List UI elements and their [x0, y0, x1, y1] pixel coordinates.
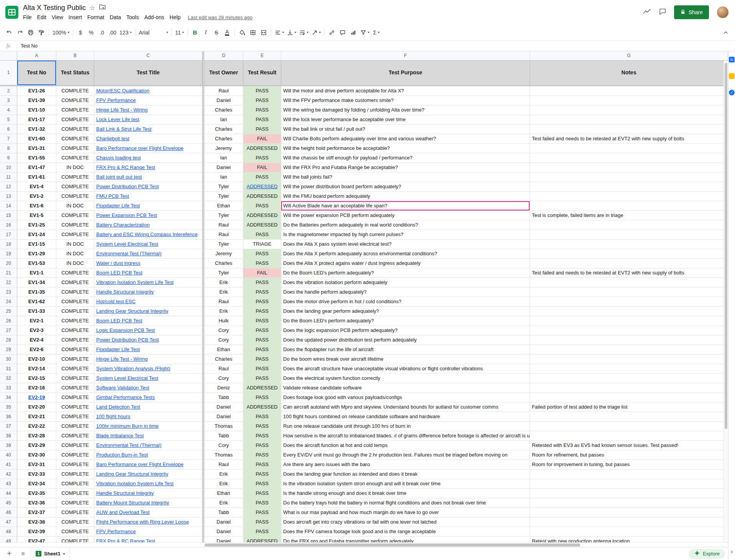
cell-B44[interactable]: COMPLETE: [56, 489, 94, 498]
cell-B25[interactable]: COMPLETE: [56, 307, 94, 316]
cell-C21[interactable]: Boom LED PCB Test: [94, 268, 202, 278]
text-rotation-button[interactable]: ▾: [310, 27, 322, 38]
cell-C26[interactable]: Boom LED PCB Test: [94, 316, 202, 326]
cell-F3[interactable]: Will the FPV performance make customers …: [281, 96, 530, 105]
cell-G1[interactable]: Notes: [530, 61, 728, 85]
cell-D36[interactable]: Daniel: [204, 412, 243, 422]
cell-F6[interactable]: Will the ball link or strut fail / pull …: [281, 125, 530, 134]
row-header-42[interactable]: 42: [0, 470, 17, 479]
cell-D25[interactable]: Erik: [204, 307, 243, 316]
format-percent-button[interactable]: %: [86, 27, 97, 38]
cell-D20[interactable]: Charles: [204, 259, 243, 268]
cell-G4[interactable]: [530, 105, 728, 115]
cell-C17[interactable]: Battery and ESC Wiring Compass Interefen…: [94, 230, 202, 240]
cell-C41[interactable]: Baro Performance over Flight Envelope: [94, 460, 202, 470]
row-header-35[interactable]: 35: [0, 402, 17, 412]
cell-D33[interactable]: Deniz: [204, 383, 243, 393]
cell-G34[interactable]: [530, 393, 728, 402]
cell-C9[interactable]: Chassis loading test: [94, 153, 202, 163]
cell-C12[interactable]: Power Distribution PCB Test: [94, 182, 202, 192]
column-header-D[interactable]: D: [204, 51, 243, 60]
cell-G33[interactable]: [530, 383, 728, 393]
cell-F45[interactable]: Do the battery trays hold the battery in…: [281, 498, 530, 508]
cell-B24[interactable]: COMPLETE: [56, 297, 94, 307]
cell-F11[interactable]: Will the ball joints fail?: [281, 172, 530, 182]
cell-E1[interactable]: Test Result: [243, 61, 281, 85]
decrease-decimal-button[interactable]: .0: [97, 27, 107, 38]
cell-G25[interactable]: [530, 307, 728, 316]
cell-E29[interactable]: PASS: [243, 345, 281, 355]
cell-E49[interactable]: ADDRESSED: [243, 537, 281, 542]
horizontal-align-button[interactable]: ▾: [273, 27, 285, 38]
cell-A2[interactable]: EV1-26: [17, 86, 56, 96]
cell-B16[interactable]: COMPLETE: [56, 220, 94, 230]
cell-F31[interactable]: Does the aircraft structure have unaccep…: [281, 364, 530, 374]
cell-G5[interactable]: [530, 115, 728, 125]
cell-F42[interactable]: Does the landing gear function as intend…: [281, 470, 530, 479]
cell-D26[interactable]: Hulk: [204, 316, 243, 326]
cell-D18[interactable]: Tyler: [204, 240, 243, 249]
cell-G20[interactable]: [530, 259, 728, 268]
cell-E44[interactable]: PASS: [243, 489, 281, 498]
cell-C36[interactable]: 100 flight hours: [94, 412, 202, 422]
cell-C32[interactable]: System Level Electrical Test: [94, 374, 202, 383]
cell-C19[interactable]: Environmental Test (Thermal): [94, 249, 202, 259]
cell-B40[interactable]: COMPLETE: [56, 450, 94, 460]
cell-G3[interactable]: [530, 96, 728, 105]
cell-C47[interactable]: Flight Performance with Ring Lever Loose: [94, 517, 202, 527]
cell-G44[interactable]: [530, 489, 728, 498]
cell-A16[interactable]: EV1-25: [17, 220, 56, 230]
cell-A24[interactable]: EV1-62: [17, 297, 56, 307]
cell-E16[interactable]: ADDRESSED: [243, 220, 281, 230]
cell-D12[interactable]: Tyler: [204, 182, 243, 192]
row-header-21[interactable]: 21: [0, 268, 17, 278]
cell-C16[interactable]: Battery Characterization: [94, 220, 202, 230]
cell-B29[interactable]: COMPLETE: [56, 345, 94, 355]
cell-G29[interactable]: [530, 345, 728, 355]
menu-edit[interactable]: Edit: [34, 13, 49, 21]
row-header-44[interactable]: 44: [0, 489, 17, 498]
format-currency-button[interactable]: $: [75, 27, 86, 38]
row-header-12[interactable]: 12: [0, 182, 17, 192]
cell-F13[interactable]: Will the FMU board perform adequately: [281, 192, 530, 201]
column-header-E[interactable]: E: [243, 51, 281, 60]
cell-D45[interactable]: Erik: [204, 498, 243, 508]
row-header-1[interactable]: 1: [0, 61, 17, 85]
cell-G41[interactable]: Room for improvement in tuning, but pass…: [530, 460, 728, 470]
cell-G45[interactable]: [530, 498, 728, 508]
cell-A31[interactable]: EV2-14: [17, 364, 56, 374]
cell-G36[interactable]: [530, 412, 728, 422]
cell-A19[interactable]: EV1-29: [17, 249, 56, 259]
column-header-F[interactable]: F: [281, 51, 530, 60]
cell-B35[interactable]: COMPLETE: [56, 402, 94, 412]
row-header-41[interactable]: 41: [0, 460, 17, 470]
cell-G12[interactable]: [530, 182, 728, 192]
cell-A20[interactable]: EV1-53: [17, 259, 56, 268]
cell-C23[interactable]: Handle Structural Integrity: [94, 287, 202, 297]
cell-A47[interactable]: EV2-38: [17, 517, 56, 527]
cell-F27[interactable]: Does the logic expansion PCB perform ade…: [281, 326, 530, 335]
cell-A34[interactable]: EV2-19: [17, 393, 56, 402]
cell-E46[interactable]: PASS: [243, 508, 281, 517]
all-sheets-button[interactable]: ≡: [17, 550, 29, 557]
cell-D3[interactable]: Daniel: [204, 96, 243, 105]
cell-A5[interactable]: EV1-17: [17, 115, 56, 125]
cell-D1[interactable]: Test Owner: [204, 61, 243, 85]
cell-G27[interactable]: [530, 326, 728, 335]
cell-F21[interactable]: Do the Boom LED's perform adequately?: [281, 268, 530, 278]
column-header-G[interactable]: G: [530, 51, 728, 60]
menu-tools[interactable]: Tools: [124, 13, 142, 21]
cell-D29[interactable]: Ethan: [204, 345, 243, 355]
cell-E4[interactable]: PASS: [243, 105, 281, 115]
fill-color-button[interactable]: [237, 27, 248, 38]
cell-C7[interactable]: Charliebolt test: [94, 134, 202, 144]
cell-F7[interactable]: Will Charlie Bolts perform adequately ov…: [281, 134, 530, 144]
cell-C49[interactable]: FRX Pro & RC Range Test: [94, 537, 202, 542]
cell-G49[interactable]: Retest with new production antenna locat…: [530, 537, 728, 542]
cell-C43[interactable]: Vibration Isolation System Life Test: [94, 479, 202, 489]
cell-B30[interactable]: COMPLETE: [56, 355, 94, 364]
move-folder-icon[interactable]: [99, 4, 106, 11]
row-header-29[interactable]: 29: [0, 345, 17, 355]
cell-B9[interactable]: COMPLETE: [56, 153, 94, 163]
cell-G21[interactable]: Test failed and needs to be retested at …: [530, 268, 728, 278]
